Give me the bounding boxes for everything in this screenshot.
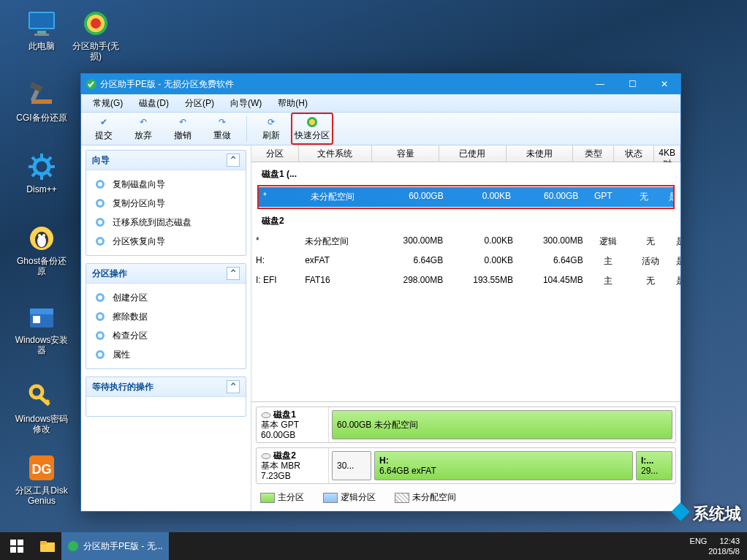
group-pending: 等待执行的操作 ^ (86, 377, 246, 417)
group-header[interactable]: 等待执行的操作 ^ (86, 377, 246, 397)
disk-map-bar[interactable]: 60.00GB 未分配空间 (332, 410, 672, 439)
desktop-icon-key[interactable]: Windows密码修改 (13, 380, 70, 434)
box-icon (26, 301, 58, 333)
minimize-button[interactable]: — (584, 74, 616, 94)
disk-maps: 磁盘1基本 GPT60.00GB60.00GB 未分配空间 磁盘2基本 MBR7… (251, 401, 680, 511)
partition-row[interactable]: I: EFIFAT16298.00MB193.55MB104.45MB主无是 (251, 271, 680, 291)
toolbar-刷新[interactable]: ⟳刷新 (251, 114, 291, 143)
svg-line-15 (32, 157, 37, 162)
toolbar-提交[interactable]: ✔提交 (84, 114, 124, 143)
toolbar-label: 放弃 (134, 129, 152, 142)
taskbar-clock[interactable]: ENG 12:43 2018/5/8 (683, 534, 747, 558)
column-header[interactable]: 4KB对齐 (654, 145, 680, 162)
taskbar-explorer[interactable] (34, 532, 61, 560)
svg-point-46 (98, 314, 102, 319)
disk-map-bar[interactable]: 30... (332, 451, 371, 480)
svg-line-16 (47, 172, 51, 176)
svg-rect-26 (33, 316, 40, 323)
column-header[interactable]: 文件系统 (299, 145, 373, 162)
partition-row[interactable]: H:exFAT6.64GB0.00KB6.64GB主活动是 (251, 251, 680, 271)
action-item[interactable]: 检查分区 (89, 326, 243, 345)
group-header[interactable]: 分区操作 ^ (86, 264, 246, 284)
cell-used: 0.00KB (447, 234, 517, 249)
menu-item[interactable]: 磁盘(D) (132, 96, 176, 111)
collapse-icon[interactable]: ^ (227, 380, 240, 393)
svg-rect-2 (37, 31, 46, 34)
toolbar-快速分区[interactable]: 快速分区 (291, 113, 333, 145)
action-label: 检查分区 (113, 330, 148, 342)
toolbar-重做[interactable]: ↷重做 (202, 114, 242, 143)
titlebar[interactable]: 分区助手PE版 - 无损分区免费软件 — ☐ ✕ (81, 74, 680, 94)
start-button[interactable] (0, 532, 34, 560)
action-item[interactable]: 迁移系统到固态磁盘 (89, 213, 243, 232)
maximize-button[interactable]: ☐ (616, 74, 648, 94)
action-item[interactable]: 创建分区 (89, 288, 243, 307)
desktop-icon-pc[interactable]: 此电脑 (13, 7, 70, 51)
disk-title[interactable]: 磁盘1 (... (251, 162, 680, 185)
desktop-icon-dg[interactable]: DG分区工具DiskGenius (13, 452, 70, 506)
partition-grid[interactable]: 磁盘1 (...*未分配空间60.00GB0.00KB60.00GBGPT无是磁… (251, 162, 680, 401)
group-wizards: 向导 ^ 复制磁盘向导复制分区向导迁移系统到固态磁盘分区恢复向导 (86, 150, 246, 256)
column-header[interactable]: 分区 (251, 145, 299, 162)
column-header[interactable]: 已使用 (439, 145, 507, 162)
cell-align: 是 (672, 254, 680, 269)
disk-map-row[interactable]: 磁盘2基本 MBR7.23GB30...H:6.64GB exFATI:...2… (256, 447, 676, 484)
desktop-icon-globe[interactable]: 分区助手(无损) (67, 7, 124, 61)
partition-row[interactable]: *未分配空间300.00MB0.00KB300.00MB逻辑无是 (251, 232, 680, 251)
column-header[interactable]: 类型 (573, 145, 614, 162)
undo-icon: ↶ (136, 116, 151, 129)
collapse-icon[interactable]: ^ (227, 267, 240, 280)
globe-icon (305, 116, 319, 129)
svg-point-22 (38, 234, 41, 237)
legend-unallocated: 未分配空间 (412, 492, 456, 502)
desktop-icon-label: Ghost备份还原 (13, 256, 70, 276)
column-header[interactable]: 容量 (372, 145, 439, 162)
globe-icon (80, 7, 112, 39)
action-item[interactable]: 复制分区向导 (89, 194, 243, 213)
toolbar-撤销[interactable]: ↶撤销 (163, 114, 202, 143)
group-title: 向导 (92, 154, 110, 167)
desktop-icon-gear[interactable]: Dism++ (13, 151, 70, 194)
svg-point-23 (42, 234, 45, 237)
desktop-icon-box[interactable]: Windows安装器 (13, 301, 70, 355)
disk-map-row[interactable]: 磁盘1基本 GPT60.00GB60.00GB 未分配空间 (256, 406, 676, 443)
toolbar-label: 提交 (95, 129, 113, 142)
column-header[interactable]: 状态 (614, 145, 655, 162)
desktop-icon-label: CGI备份还原 (13, 113, 70, 123)
toolbar-放弃[interactable]: ↶放弃 (124, 114, 163, 143)
close-button[interactable]: ✕ (648, 74, 680, 94)
desktop-icon-penguin[interactable]: Ghost备份还原 (13, 222, 70, 276)
disk-title[interactable]: 磁盘2 (251, 209, 680, 232)
legend-primary: 主分区 (278, 492, 304, 502)
action-label: 复制磁盘向导 (113, 178, 165, 191)
cell-fs: FAT16 (300, 273, 377, 289)
collapse-icon[interactable]: ^ (227, 154, 240, 167)
svg-point-44 (98, 295, 102, 300)
svg-text:DG: DG (32, 462, 52, 477)
group-header[interactable]: 向导 ^ (86, 151, 246, 170)
cell-cap: 298.00MB (377, 273, 447, 289)
action-label: 迁移系统到固态磁盘 (113, 216, 192, 229)
cell-unused: 60.00GB (515, 189, 583, 205)
menu-item[interactable]: 向导(W) (223, 96, 269, 111)
taskbar-app[interactable]: 分区助手PE版 - 无... (61, 532, 169, 560)
action-item[interactable]: 擦除数据 (89, 307, 243, 326)
disk-map-bar[interactable]: I:...29... (636, 451, 672, 480)
cell-state: 无 (623, 189, 664, 205)
desktop-icon-hammer[interactable]: CGI备份还原 (13, 79, 70, 123)
column-header[interactable]: 未使用 (507, 145, 574, 162)
cell-part: I: EFI (251, 273, 300, 289)
action-item[interactable]: 复制磁盘向导 (89, 175, 243, 194)
hammer-icon (26, 79, 58, 111)
svg-rect-54 (18, 540, 23, 545)
partition-row[interactable]: *未分配空间60.00GB0.00KB60.00GBGPT无是 (259, 187, 673, 207)
disk-map-info: 磁盘1基本 GPT60.00GB (257, 407, 329, 442)
menu-item[interactable]: 分区(P) (178, 96, 221, 111)
svg-rect-58 (40, 541, 47, 545)
action-item[interactable]: 分区恢复向导 (89, 232, 243, 251)
menu-item[interactable]: 常规(G) (86, 96, 130, 111)
menu-item[interactable]: 帮助(H) (270, 96, 315, 111)
disk-map-bar[interactable]: H:6.64GB exFAT (374, 451, 633, 480)
cell-state: 无 (629, 273, 672, 289)
action-item[interactable]: 属性 (89, 345, 243, 364)
